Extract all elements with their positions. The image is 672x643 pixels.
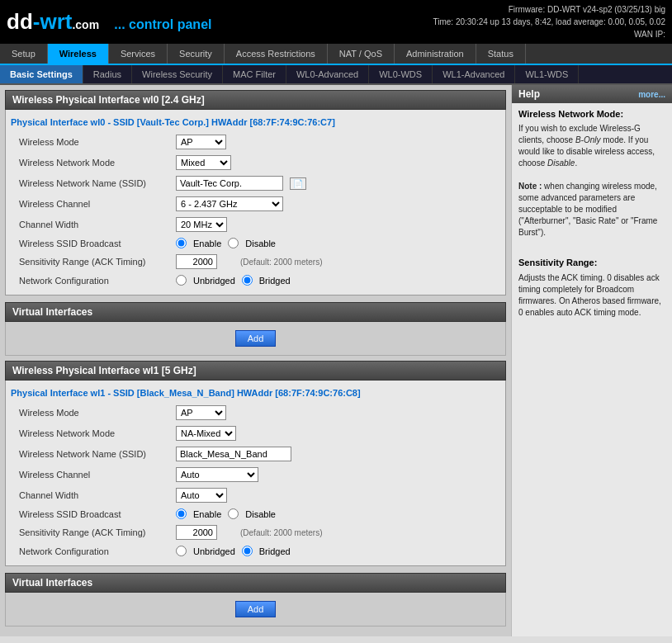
wl1-ssid-broadcast-disable-radio[interactable] (228, 508, 239, 519)
nav1-wireless[interactable]: Wireless (48, 44, 109, 64)
wl0-ssid-icon: 📄 (290, 177, 306, 190)
nav2-wl1-wds[interactable]: WL1-WDS (515, 65, 579, 83)
wl0-network-mode-select[interactable]: MixedB-OnlyG-OnlyN-OnlyDisabled (176, 155, 231, 170)
wl0-ssid-input[interactable] (176, 176, 283, 191)
wl1-channel-width-select[interactable]: Auto20 MHz40 MHz (176, 488, 227, 503)
wl0-wireless-mode-value: APClientAd-Hoc (176, 135, 500, 149)
wl0-netconfig-bridged-label: Bridged (259, 276, 291, 286)
nav2-wl1-advanced[interactable]: WL1-Advanced (433, 65, 515, 83)
nav1-nat-qos[interactable]: NAT / QoS (328, 44, 395, 64)
wl1-ssid-input[interactable] (176, 447, 291, 461)
wl0-channel-width-row: Channel Width 20 MHz40 MHz (11, 215, 500, 234)
wl1-netconfig-bridged-radio[interactable] (242, 546, 253, 556)
wl0-add-button[interactable]: Add (235, 330, 277, 347)
wl1-ssid-label: Wireless Network Name (SSID) (11, 449, 176, 459)
wl0-iface-header: Physical Interface wl0 - SSID [Vault-Tec… (11, 115, 500, 130)
logo-dd: dd (7, 9, 33, 34)
wl1-channel-width-row: Channel Width Auto20 MHz40 MHz (11, 486, 500, 504)
wl0-channel-width-select[interactable]: 20 MHz40 MHz (176, 217, 227, 232)
wl0-ssid-label: Wireless Network Name (SSID) (11, 178, 176, 188)
wl1-ssid-broadcast-row: Wireless SSID Broadcast Enable Disable (11, 507, 500, 521)
nav2-mac-filter[interactable]: MAC Filter (223, 65, 286, 83)
wl0-wireless-mode-select[interactable]: APClientAd-Hoc (176, 135, 226, 149)
wl1-netconfig-label: Network Configuration (11, 546, 176, 556)
nav1-setup[interactable]: Setup (0, 44, 48, 64)
wl0-netconfig-bridged-radio[interactable] (242, 275, 253, 286)
wl0-channel-width-value: 20 MHz40 MHz (176, 217, 500, 232)
wl0-add-row: Add (5, 322, 506, 356)
help-title: Help (518, 88, 540, 100)
wl1-wireless-mode-row: Wireless Mode APClientAd-Hoc (11, 404, 500, 422)
wl0-virtual-header: Virtual Interfaces (5, 302, 506, 322)
wl1-netconfig-unbridged-radio[interactable] (176, 546, 187, 556)
nav1-services[interactable]: Services (109, 44, 168, 64)
main: Wireless Physical Interface wl0 [2.4 GHz… (0, 85, 672, 636)
wl0-netconfig-value: Unbridged Bridged (176, 275, 500, 286)
nav1-status[interactable]: Status (476, 44, 526, 64)
wl0-ssid-broadcast-enable-radio[interactable] (176, 238, 187, 248)
wl1-ack-input[interactable] (176, 525, 217, 540)
wl0-ack-input[interactable] (176, 254, 217, 269)
help-more-link[interactable]: more... (638, 90, 665, 99)
wl0-ssid-broadcast-disable-radio[interactable] (228, 238, 239, 248)
wl1-ssid-broadcast-enable-radio[interactable] (176, 508, 187, 519)
wl0-network-mode-row: Wireless Network Mode MixedB-OnlyG-OnlyN… (11, 154, 500, 172)
wl1-network-mode-row: Wireless Network Mode NA-MixedA-OnlyN-On… (11, 424, 500, 442)
logo-cp: ... control panel (114, 17, 211, 31)
nav2-wl0-wds[interactable]: WL0-WDS (369, 65, 433, 83)
nav1: Setup Wireless Services Security Access … (0, 44, 672, 65)
wl0-wireless-mode-row: Wireless Mode APClientAd-Hoc (11, 133, 500, 151)
wl0-section: Wireless Physical Interface wl0 [2.4 GHz… (5, 90, 506, 356)
wl0-channel-value: 1 - 2.412 GHz2 - 2.417 GHz3 - 2.422 GHz4… (176, 196, 500, 211)
wl0-ack-value: (Default: 2000 meters) (176, 254, 500, 269)
nav2-basic-settings[interactable]: Basic Settings (0, 65, 83, 83)
wl0-ssid-broadcast-label: Wireless SSID Broadcast (11, 239, 176, 248)
wl1-wireless-mode-select[interactable]: APClientAd-Hoc (176, 405, 226, 420)
wl1-virtual-header: Virtual Interfaces (5, 573, 506, 593)
wl1-channel-value: Auto36404448 (176, 467, 500, 482)
wl1-channel-select[interactable]: Auto36404448 (176, 467, 258, 482)
wl0-wireless-mode-label: Wireless Mode (11, 137, 176, 147)
firmware-text: Firmware: DD-WRT v24-sp2 (03/25/13) big (433, 3, 666, 16)
nav1-administration[interactable]: Administration (395, 44, 476, 64)
wl0-ssid-broadcast-value: Enable Disable (176, 238, 500, 248)
wl1-ack-row: Sensitivity Range (ACK Timing) (Default:… (11, 523, 500, 541)
nav1-access-restrictions[interactable]: Access Restrictions (225, 44, 328, 64)
wl1-network-mode-label: Wireless Network Mode (11, 428, 176, 438)
nav2-radius[interactable]: Radius (83, 65, 132, 83)
firmware-info: Firmware: DD-WRT v24-sp2 (03/25/13) big … (433, 3, 666, 40)
wl0-netconfig-unbridged-radio[interactable] (176, 275, 187, 286)
wl1-ack-value: (Default: 2000 meters) (176, 525, 500, 540)
wl1-network-mode-select[interactable]: NA-MixedA-OnlyN-OnlyDisabled (176, 426, 236, 441)
wl0-netconfig-row: Network Configuration Unbridged Bridged (11, 273, 500, 287)
help-content: Wireless Network Mode: If you wish to ex… (512, 103, 672, 324)
wan-text: WAN IP: (433, 28, 666, 40)
nav2-wireless-security[interactable]: Wireless Security (132, 65, 223, 83)
wl1-add-button[interactable]: Add (235, 601, 277, 617)
nav1-security[interactable]: Security (168, 44, 225, 64)
wl1-wireless-mode-label: Wireless Mode (11, 408, 176, 418)
wl1-ssid-broadcast-disable-label: Disable (245, 509, 276, 519)
wl0-ssid-broadcast-disable-label: Disable (245, 239, 276, 248)
wl1-channel-width-label: Channel Width (11, 490, 176, 500)
help-section1-heading: Wireless Network Mode: (518, 108, 665, 121)
nav2-wl0-advanced[interactable]: WL0-Advanced (286, 65, 369, 83)
wl0-network-mode-label: Wireless Network Mode (11, 158, 176, 168)
wl0-ack-row: Sensitivity Range (ACK Timing) (Default:… (11, 253, 500, 271)
content: Wireless Physical Interface wl0 [2.4 GHz… (0, 85, 511, 636)
wl1-iface-header: Physical Interface wl1 - SSID [Black_Mes… (11, 385, 500, 400)
logo-wrt: wrt (40, 9, 72, 34)
wl1-wireless-mode-value: APClientAd-Hoc (176, 405, 500, 420)
nav2: Basic Settings Radius Wireless Security … (0, 65, 672, 85)
wl1-network-mode-value: NA-MixedA-OnlyN-OnlyDisabled (176, 426, 500, 441)
wl0-section-body: Physical Interface wl0 - SSID [Vault-Tec… (5, 110, 506, 295)
wl0-ack-hint: (Default: 2000 meters) (240, 258, 323, 267)
wl1-add-row: Add (5, 593, 506, 626)
logo: dd-wrt.com ... control panel (7, 9, 211, 35)
wl1-ssid-broadcast-label: Wireless SSID Broadcast (11, 509, 176, 519)
wl1-channel-row: Wireless Channel Auto36404448 (11, 466, 500, 484)
wl1-netconfig-value: Unbridged Bridged (176, 546, 500, 556)
wl0-channel-row: Wireless Channel 1 - 2.412 GHz2 - 2.417 … (11, 195, 500, 213)
wl1-section-header: Wireless Physical Interface wl1 [5 GHz] (5, 361, 506, 381)
wl0-channel-select[interactable]: 1 - 2.412 GHz2 - 2.417 GHz3 - 2.422 GHz4… (176, 196, 283, 211)
